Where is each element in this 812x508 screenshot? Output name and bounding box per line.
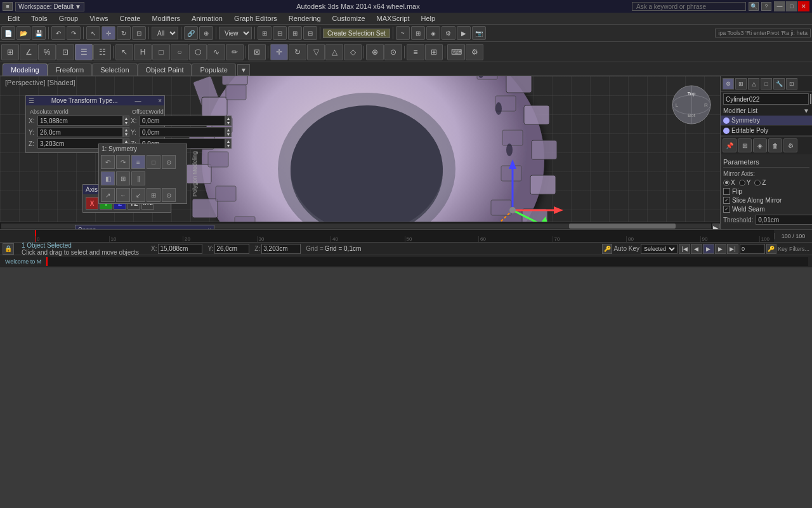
autokey-set-key[interactable]: 🔑 [602,244,612,254]
slice-checkbox-item[interactable]: Slice Along Mirror [723,197,782,204]
poly-icon-show[interactable]: □ [147,155,160,169]
render-frame-button[interactable]: 📷 [472,26,486,40]
y-abs-spin[interactable]: ▲▼ [123,127,129,137]
layer-manager[interactable]: ≡ [407,44,424,60]
next-frame-button[interactable]: ▶ [715,244,726,254]
modifier-editable-poly[interactable]: Editable Poly [721,126,812,136]
x-off-input[interactable] [140,116,225,126]
select-filter-dropdown[interactable]: All [152,27,178,39]
poly-icon-e[interactable]: ⊙ [162,188,176,202]
render-button[interactable]: ▶ [457,26,471,40]
modifier-list-arrow[interactable]: ▼ [803,107,809,114]
menu-customize[interactable]: Customize [327,14,370,23]
play-button[interactable]: ▶ [703,244,714,254]
circle-select[interactable]: ○ [171,44,188,60]
preferences[interactable]: ⚙ [466,44,483,60]
help-icon[interactable]: ? [761,2,771,11]
modifier-symmetry[interactable]: Symmetry [721,116,812,126]
search-icon[interactable]: 🔍 [749,2,759,11]
menu-edit[interactable]: Edit [3,14,25,23]
workspace-dropdown[interactable]: Workspace: Default ▼ [15,2,84,11]
rp-modify-icon[interactable]: ⚙ [723,78,734,90]
tab-more-dropdown[interactable]: ▼ [237,64,250,76]
viewport[interactable]: [Perspective] [Shaded] [0,76,720,229]
snaps-close[interactable]: × [207,227,211,229]
menu-modifiers[interactable]: Modifiers [147,14,185,23]
align-button[interactable]: ⊟ [273,26,287,40]
keyboard-shortcut[interactable]: ⌨ [447,44,465,60]
angle-snap[interactable]: ∠ [20,44,37,60]
crossing-select[interactable]: ⊠ [248,44,266,60]
select-button[interactable]: ↖ [86,26,100,40]
curve-editor-button[interactable]: ~ [396,26,410,40]
make-unique-button[interactable]: ◈ [753,138,767,152]
coord-y-input[interactable] [214,244,249,254]
frame-range-display[interactable]: 100 / 100 [774,233,812,239]
poly-icon-redo[interactable]: ↷ [116,155,130,169]
time-slider[interactable] [46,257,808,266]
menu-group[interactable]: Group [54,14,84,23]
z-off-spin[interactable]: ▲▼ [225,138,232,149]
x-off-spin[interactable]: ▲▼ [225,116,232,126]
poly-icon-render[interactable]: ⊙ [162,155,176,169]
tab-selection[interactable]: Selection [92,64,137,76]
snap-toggle[interactable]: ⊞ [1,44,19,60]
quick-align-button[interactable]: ⊞ [288,26,302,40]
y-abs-input[interactable] [37,127,123,137]
menu-help[interactable]: Help [416,14,441,23]
y-off-input[interactable] [140,127,225,137]
tab-populate[interactable]: Populate [192,64,235,76]
radio-x[interactable]: X [723,179,735,186]
remove-modifier-button[interactable]: 🗑 [768,138,782,152]
save-button[interactable]: 💾 [32,26,46,40]
radio-z[interactable]: Z [754,179,766,186]
bind-button[interactable]: ⊕ [199,26,213,40]
edit-named-selections[interactable]: ☰ [75,44,93,60]
spinner-snap[interactable]: ⊡ [56,44,74,60]
go-start-button[interactable]: |◀ [679,244,690,254]
move-button[interactable]: ✛ [102,26,115,40]
new-file-button[interactable]: 📄 [1,26,15,40]
open-button[interactable]: 📂 [16,26,30,40]
select-by-name[interactable]: H [134,44,152,60]
menu-create[interactable]: Create [114,14,145,23]
tab-modeling[interactable]: Modeling [3,64,48,76]
rotate-button[interactable]: ↻ [117,26,131,40]
rotate-tool[interactable]: ↻ [289,44,306,60]
rp-motion-icon[interactable]: △ [748,78,759,90]
transform-center[interactable]: ⊙ [384,44,402,60]
undo-button[interactable]: ↶ [51,26,65,40]
prev-frame-button[interactable]: ◀ [691,244,702,254]
tab-object-paint[interactable]: Object Paint [138,64,192,76]
pin-stack-button[interactable]: 📌 [723,138,737,152]
object-color-swatch[interactable] [810,94,811,104]
pivot-center[interactable]: ⊕ [366,44,384,60]
schematic-button[interactable]: ⊞ [411,26,425,40]
search-input[interactable] [632,2,746,11]
timeline-track[interactable]: 0 10 20 30 40 50 60 70 80 90 100 [35,230,774,242]
app-icon[interactable]: ■ [3,2,13,11]
y-off-spin[interactable]: ▲▼ [225,127,232,137]
squash-tool[interactable]: ◇ [344,44,362,60]
poly-icon-stack[interactable]: ≡ [131,155,145,169]
scroll-thumb[interactable] [569,224,676,229]
menu-animation[interactable]: Animation [187,14,228,23]
material-button[interactable]: ◈ [426,26,440,40]
rp-utilities-icon[interactable]: 🔧 [773,78,785,90]
frame-input[interactable] [740,244,765,254]
radio-y[interactable]: Y [739,179,751,186]
poly-icon-a[interactable]: ↗ [101,188,115,202]
scale-type[interactable]: △ [325,44,343,60]
render-setup-button[interactable]: ⚙ [442,26,455,40]
coord-z-input[interactable] [261,244,301,254]
scroll-right-btn[interactable]: ▶ [712,224,720,229]
minimize-button[interactable]: — [774,1,785,11]
object-name-input[interactable] [723,93,809,105]
key-filters-button[interactable]: 🔑 [766,244,776,254]
poly-icon-mode1[interactable]: ◧ [101,171,115,185]
move-transform-minimize[interactable]: — [134,97,141,104]
lock-button[interactable]: 🔒 [3,243,14,255]
poly-icon-d[interactable]: ⊞ [147,188,160,202]
lasso-select[interactable]: ∿ [207,44,225,60]
viewport-navigator[interactable]: Top Bot L R [669,83,714,127]
